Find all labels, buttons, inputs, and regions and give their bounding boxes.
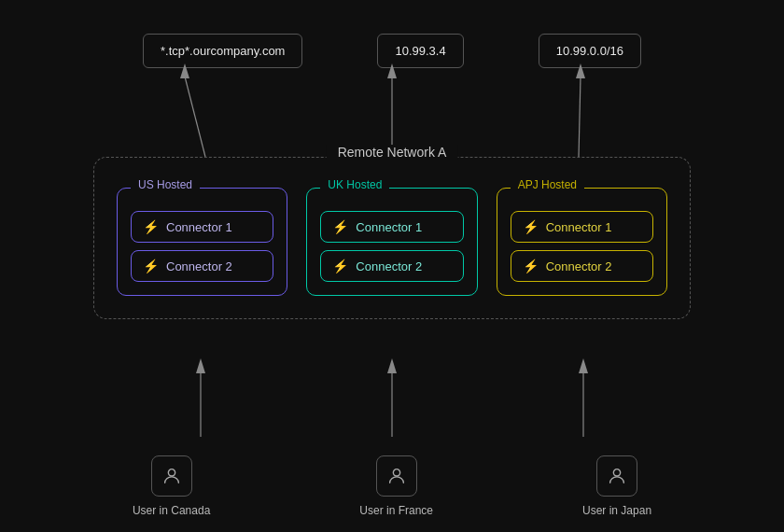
us-connector-2-label: Connector 2: [166, 259, 232, 273]
resource-box-res3: 10.99.0.0/16: [539, 34, 641, 68]
user-canada-icon: [161, 466, 182, 486]
us-hosted-label: US Hosted: [131, 178, 200, 191]
user-japan: User in Japan: [582, 455, 651, 517]
svg-marker-11: [579, 358, 588, 373]
svg-marker-7: [196, 358, 205, 373]
svg-point-14: [613, 469, 620, 476]
remote-network-container: Remote Network A US Hosted ⚡ Connector 1…: [93, 157, 691, 319]
bottom-users-container: User in Canada User in France User in Ja…: [0, 455, 784, 517]
connector-icon-1: ⚡: [143, 219, 159, 234]
user-japan-icon: [607, 466, 627, 486]
apj-hosted-label: APJ Hosted: [511, 178, 584, 191]
user-japan-label: User in Japan: [582, 504, 651, 517]
resource-box-res1: *.tcp*.ourcompany.com: [143, 34, 302, 68]
apj-connector-2[interactable]: ⚡ Connector 2: [511, 250, 653, 282]
user-france-label: User in France: [359, 504, 433, 517]
apj-connector-1-label: Connector 1: [546, 220, 612, 234]
apj-connector-1[interactable]: ⚡ Connector 1: [511, 211, 653, 243]
user-canada-icon-box: [151, 455, 192, 497]
svg-point-13: [393, 469, 399, 476]
uk-connector-1-label: Connector 1: [356, 220, 422, 234]
uk-hosted-label: UK Hosted: [320, 178, 389, 191]
connector-icon-5: ⚡: [523, 219, 539, 234]
user-canada: User in Canada: [133, 455, 210, 517]
svg-line-4: [579, 77, 581, 157]
apj-hosted-group: APJ Hosted ⚡ Connector 1 ⚡ Connector 2: [497, 188, 667, 296]
uk-connector-1[interactable]: ⚡ Connector 1: [320, 211, 463, 243]
resource-box-res2: 10.99.3.4: [377, 34, 463, 68]
user-france: User in France: [359, 455, 433, 517]
top-resources-container: *.tcp*.ourcompany.com10.99.3.410.99.0.0/…: [0, 0, 784, 68]
uk-connector-2-label: Connector 2: [356, 259, 422, 273]
connector-icon-2: ⚡: [143, 259, 159, 273]
us-connector-1-label: Connector 1: [166, 220, 232, 234]
uk-connector-2[interactable]: ⚡ Connector 2: [320, 250, 463, 282]
us-connector-2[interactable]: ⚡ Connector 2: [131, 250, 273, 282]
us-hosted-group: US Hosted ⚡ Connector 1 ⚡ Connector 2: [117, 188, 287, 296]
user-france-icon-box: [376, 455, 417, 497]
hosted-groups: US Hosted ⚡ Connector 1 ⚡ Connector 2 UK…: [117, 188, 667, 296]
svg-line-0: [185, 77, 205, 157]
user-canada-label: User in Canada: [133, 504, 210, 517]
apj-connector-2-label: Connector 2: [546, 259, 612, 273]
user-japan-icon-box: [596, 455, 637, 497]
svg-marker-9: [387, 358, 397, 373]
connector-icon-3: ⚡: [332, 219, 348, 234]
uk-hosted-group: UK Hosted ⚡ Connector 1 ⚡ Connector 2: [306, 188, 477, 296]
svg-point-12: [168, 469, 175, 476]
connector-icon-6: ⚡: [523, 259, 539, 273]
remote-network-label: Remote Network A: [327, 145, 458, 160]
connector-icon-4: ⚡: [332, 259, 348, 273]
user-france-icon: [386, 466, 407, 486]
us-connector-1[interactable]: ⚡ Connector 1: [131, 211, 273, 243]
